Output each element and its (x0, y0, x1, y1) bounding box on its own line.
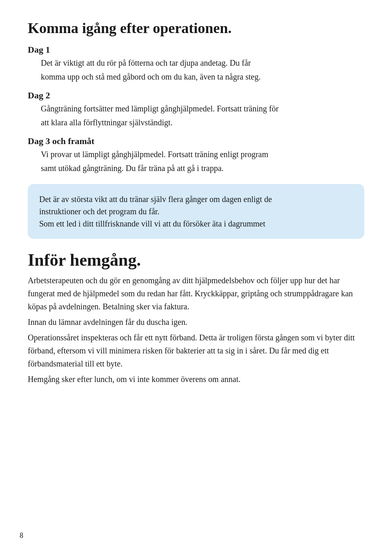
day2-text1: Gångträning fortsätter med lämpligt gång… (41, 102, 364, 115)
day1-text2: komma upp och stå med gåbord och om du k… (41, 71, 364, 83)
section-paragraph-2: Operationssåret inspekteras och får ett … (28, 331, 364, 370)
day1-text1: Det är viktigt att du rör på fötterna oc… (41, 57, 364, 69)
page-number: 8 (20, 531, 23, 540)
day2-heading: Dag 2 (28, 90, 364, 101)
day3-heading: Dag 3 och framåt (28, 136, 364, 147)
section-paragraph-0: Arbetsterapeuten och du gör en genomgång… (28, 274, 364, 313)
section-paragraph-3: Hemgång sker efter lunch, om vi inte kom… (28, 373, 364, 386)
highlight-line1: Det är av största vikt att du tränar sjä… (39, 193, 353, 205)
highlight-line3: Som ett led i ditt tillfrisknande vill v… (39, 218, 353, 230)
highlight-line2: instruktioner och det program du får. (39, 205, 353, 218)
day3-text1: Vi provar ut lämpligt gånghjälpmedel. Fo… (41, 148, 364, 160)
section-paragraphs: Arbetsterapeuten och du gör en genomgång… (28, 274, 364, 386)
day1-heading: Dag 1 (28, 44, 364, 55)
section-title: Inför hemgång. (28, 250, 364, 270)
highlight-box: Det är av största vikt att du tränar sjä… (28, 184, 364, 239)
main-title: Komma igång efter operationen. (28, 20, 364, 37)
day3-text2: samt utökad gångträning. Du får träna på… (41, 162, 364, 174)
day2-text2: att klara alla förflyttningar självständ… (41, 116, 364, 129)
section-paragraph-1: Innan du lämnar avdelningen får du dusch… (28, 315, 364, 329)
